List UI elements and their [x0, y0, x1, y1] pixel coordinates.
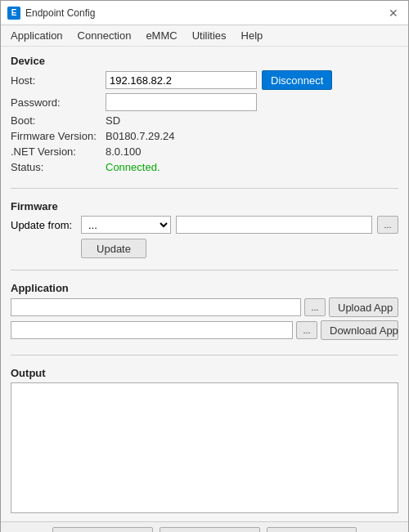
output-box[interactable] [11, 382, 398, 513]
download-app-button[interactable]: Download App [321, 320, 398, 340]
device-section-header: Device [11, 55, 398, 67]
net-version-label: .NET Version: [11, 145, 101, 158]
download-browse-button[interactable]: ... [296, 321, 317, 339]
status-value: Connected. [106, 161, 160, 173]
main-window: E Endpoint Config ✕ Application Connecti… [0, 0, 409, 532]
stop-application-button[interactable]: Stop application [160, 527, 260, 532]
update-button[interactable]: Update [81, 239, 146, 258]
firmware-version-value: B0180.7.29.24 [106, 130, 175, 142]
firmware-section: Firmware Update from: ... ... Update [11, 200, 398, 258]
upload-browse-button[interactable]: ... [304, 298, 326, 316]
output-section-header: Output [11, 367, 398, 379]
divider-3 [11, 355, 398, 355]
menu-application[interactable]: Application [4, 27, 70, 44]
upload-path-input[interactable] [11, 298, 301, 316]
divider-2 [11, 270, 398, 270]
host-label: Host: [11, 74, 101, 87]
host-input[interactable] [106, 71, 257, 89]
firmware-browse-button[interactable]: ... [377, 216, 398, 234]
boot-value: SD [106, 114, 120, 127]
app-icon: E [7, 7, 20, 20]
close-button[interactable]: ✕ [385, 5, 402, 21]
firmware-section-header: Firmware [11, 200, 398, 212]
menu-utilities[interactable]: Utilities [186, 27, 233, 44]
firmware-path-input[interactable] [176, 216, 372, 234]
password-input[interactable] [106, 93, 257, 111]
update-from-label: Update from: [11, 219, 76, 231]
firmware-version-row: Firmware Version: B0180.7.29.24 [11, 130, 398, 142]
status-label: Status: [11, 161, 101, 173]
host-row: Host: Disconnect [11, 70, 398, 90]
clear-output-button[interactable]: Clear output [267, 527, 357, 532]
start-application-button[interactable]: Start application [52, 527, 153, 532]
upload-row: ... Upload App [11, 297, 398, 317]
application-section-header: Application [11, 282, 398, 294]
title-bar-left: E Endpoint Config [7, 7, 95, 20]
menu-bar: Application Connection eMMC Utilities He… [1, 25, 408, 47]
download-row: ... Download App [11, 320, 398, 340]
content-area: Device Host: Disconnect Password: Boot: … [1, 47, 408, 521]
upload-app-button[interactable]: Upload App [329, 297, 398, 317]
bottom-bar: Start application Stop application Clear… [1, 521, 408, 532]
net-version-row: .NET Version: 8.0.100 [11, 145, 398, 158]
firmware-source-dropdown[interactable]: ... [81, 216, 171, 234]
menu-help[interactable]: Help [235, 27, 270, 44]
download-path-input[interactable] [11, 321, 293, 339]
status-row: Status: Connected. [11, 161, 398, 173]
password-label: Password: [11, 96, 101, 109]
application-section: Application ... Upload App ... Download … [11, 282, 398, 343]
firmware-version-label: Firmware Version: [11, 130, 101, 142]
device-section: Device Host: Disconnect Password: Boot: … [11, 55, 398, 177]
password-row: Password: [11, 93, 398, 111]
firmware-update-row: Update from: ... ... [11, 216, 398, 234]
disconnect-button[interactable]: Disconnect [262, 70, 332, 90]
net-version-value: 8.0.100 [106, 145, 141, 158]
window-title: Endpoint Config [25, 7, 95, 19]
divider-1 [11, 188, 398, 189]
update-btn-row: Update [11, 239, 398, 258]
menu-connection[interactable]: Connection [71, 27, 138, 44]
boot-label: Boot: [11, 114, 101, 127]
title-bar: E Endpoint Config ✕ [1, 1, 408, 25]
boot-row: Boot: SD [11, 114, 398, 127]
output-section: Output [11, 367, 398, 513]
menu-emmc[interactable]: eMMC [139, 27, 183, 44]
